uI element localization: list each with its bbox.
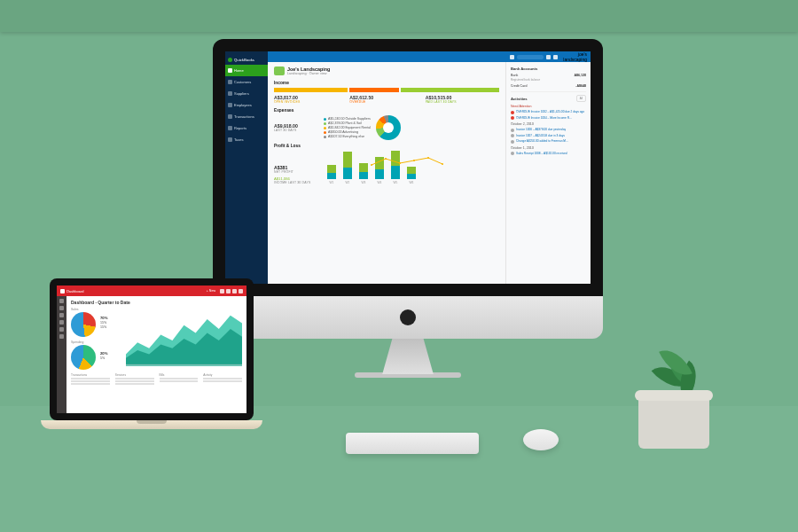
income-overdue-label: OVERDUE: [349, 100, 423, 104]
search-icon[interactable]: [220, 289, 224, 293]
expenses-title: Expenses: [274, 108, 499, 113]
nav-icon[interactable]: [59, 299, 64, 303]
sidebar-item-label: Taxes: [234, 137, 243, 142]
desktop-monitor: QuickBooks Home Customers Suppliers Empl…: [213, 39, 603, 376]
laptop-base: [41, 420, 262, 429]
nav-icon[interactable]: [59, 320, 64, 325]
pl-title: Profit & Loss: [274, 144, 499, 148]
income-bar-open: [274, 88, 348, 92]
company-header: Joe's Landscaping Landscaping · Owner vi…: [274, 66, 499, 75]
nav-icon[interactable]: [59, 306, 64, 310]
pie1-label: Sales: [71, 308, 96, 311]
app-brand[interactable]: QuickBooks: [225, 54, 268, 65]
activities-group-heading: Need Attention: [511, 105, 586, 108]
alert-icon[interactable]: [226, 289, 231, 293]
activities-filter-select[interactable]: All: [576, 95, 586, 102]
sidebar-item-label: Home: [234, 68, 244, 73]
nav-icon[interactable]: [59, 327, 64, 332]
employees-icon: [228, 103, 232, 107]
income-open[interactable]: A$3,817.00 OPEN INVOICES: [274, 95, 348, 104]
activity-item[interactable]: Invoice 1007 – A$240.58 due in 3 days: [511, 134, 586, 138]
help-icon[interactable]: [553, 55, 558, 59]
activity-item[interactable]: OVERDUE Invoice 1002 – A$1,425.00 due 2 …: [511, 110, 586, 114]
income-bar-paid: [401, 88, 499, 92]
right-panel: Bank Accounts BankA$6,120 Registered ban…: [505, 62, 591, 284]
svg-point-2: [399, 162, 401, 164]
legend-dot-icon: [324, 131, 326, 134]
app-brand-label: QuickBooks: [234, 58, 254, 62]
income-bar-overdue: [349, 88, 399, 92]
dot-icon: [511, 140, 514, 144]
pie2-label: Spending: [71, 340, 96, 344]
suppliers-icon: [228, 91, 232, 96]
gear-icon[interactable]: [546, 55, 551, 59]
legend-dot-icon: [324, 127, 326, 129]
sales-pie-chart[interactable]: [71, 312, 96, 337]
activity-item[interactable]: Sales Receipt 1008 – A$132.00 received: [511, 152, 586, 156]
bank-account-row[interactable]: BankA$6,120: [511, 74, 586, 77]
sidebar-item-home[interactable]: Home: [225, 65, 268, 76]
activity-item[interactable]: Invoice 1006 – A$378.00 due yesterday: [511, 128, 586, 132]
search-input[interactable]: [517, 55, 544, 59]
gear-icon[interactable]: [232, 289, 237, 293]
laptop-topbar: Dashboard + New: [57, 286, 246, 296]
sidebar-item-employees[interactable]: Employees: [225, 99, 268, 111]
dot-icon: [511, 134, 514, 137]
monitor-chin: [213, 296, 603, 339]
nav-icon[interactable]: [59, 313, 64, 317]
pl-income-label: INCOME LAST 30 DAYS: [274, 181, 317, 184]
svg-point-4: [427, 157, 429, 159]
sidebar-item-suppliers[interactable]: Suppliers: [225, 88, 268, 99]
legend-dot-icon: [324, 118, 326, 121]
add-icon[interactable]: [510, 55, 514, 59]
sidebar-item-transactions[interactable]: Transactions: [225, 111, 268, 122]
expenses-donut-chart[interactable]: [376, 115, 401, 140]
company-logo-icon: [274, 66, 285, 75]
laptop-bottom-lists: Transactions Services Bills Activity: [71, 373, 242, 386]
reports-icon: [228, 126, 232, 130]
dot-icon: [511, 129, 514, 132]
pl-net-label: NET PROFIT: [274, 170, 317, 174]
plant: [630, 325, 718, 449]
pie1-stats: 70% 15% 15%: [100, 315, 107, 330]
laptop-sidebar: [57, 296, 66, 413]
quickbooks-logo-icon: [228, 58, 232, 62]
sidebar: QuickBooks Home Customers Suppliers Empl…: [225, 51, 268, 284]
sidebar-item-label: Reports: [234, 126, 246, 130]
sidebar-item-label: Customers: [234, 80, 251, 84]
bank-account-sub: Registered bank balance: [511, 78, 586, 82]
income-overdue[interactable]: A$2,612.50 OVERDUE: [349, 95, 423, 104]
activity-item[interactable]: Change A$250.00 added to Freeman M…: [511, 139, 586, 144]
sidebar-item-reports[interactable]: Reports: [225, 122, 268, 134]
laptop-dashboard-app: Dashboard + New: [57, 286, 246, 413]
pl-bar-chart[interactable]: W1 W2 W3 W4 W5 W6: [325, 151, 499, 184]
income-paid[interactable]: A$10,515.00 PAID LAST 30 DAYS: [426, 95, 499, 104]
add-button[interactable]: + New: [204, 289, 218, 293]
legend-dot-icon: [324, 122, 326, 125]
home-icon: [228, 68, 232, 73]
customers-icon: [228, 80, 232, 84]
bank-accounts-title: Bank Accounts: [511, 66, 586, 71]
mouse: [523, 429, 559, 450]
nav-icon[interactable]: [59, 334, 64, 339]
help-icon[interactable]: [239, 289, 243, 293]
laptop-area-chart[interactable]: [126, 308, 242, 363]
spending-pie-chart[interactable]: [71, 345, 96, 370]
sidebar-item-customers[interactable]: Customers: [225, 76, 268, 88]
expenses-total-label: LAST 30 DAYS: [274, 129, 318, 132]
alert-dot-icon: [511, 111, 514, 114]
user-menu[interactable]: joe's landscaping: [560, 51, 587, 62]
quickbooks-app: QuickBooks Home Customers Suppliers Empl…: [225, 51, 591, 284]
sidebar-item-label: Suppliers: [234, 91, 249, 96]
income-title: Income: [274, 81, 499, 85]
taxes-icon: [228, 137, 232, 142]
sidebar-item-taxes[interactable]: Taxes: [225, 134, 268, 145]
laptop-app-logo-icon: [60, 289, 65, 293]
expenses-legend: A$5,240.50 Outside Suppliers A$2,378.00 …: [324, 116, 371, 139]
alert-dot-icon: [511, 116, 514, 120]
top-toolbar: joe's landscaping: [268, 51, 591, 62]
transactions-icon: [228, 114, 232, 119]
activity-item[interactable]: OVERDUE Invoice 1004 – More Income R…: [511, 116, 586, 121]
svg-point-0: [371, 164, 372, 166]
bank-account-row[interactable]: Credit Card-A$648: [511, 84, 586, 88]
